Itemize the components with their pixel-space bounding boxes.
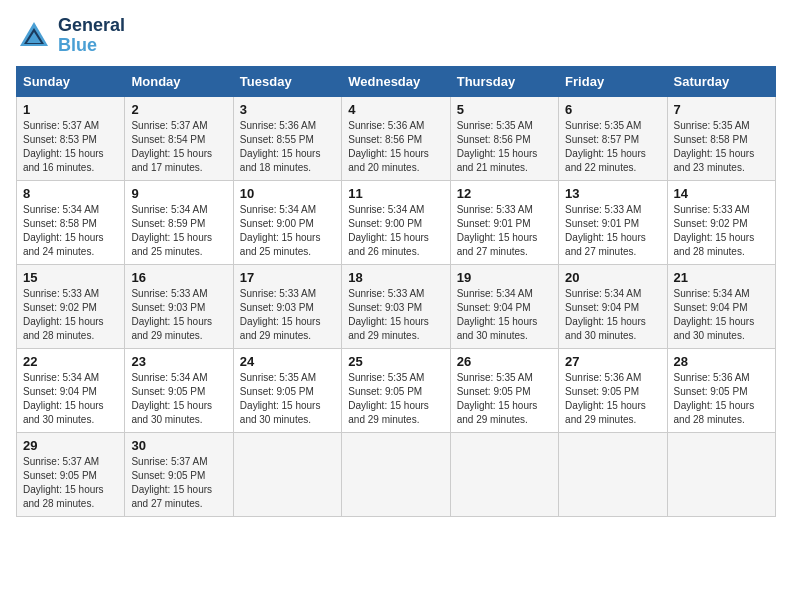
calendar-header: SundayMondayTuesdayWednesdayThursdayFrid… xyxy=(17,66,776,96)
calendar-table: SundayMondayTuesdayWednesdayThursdayFrid… xyxy=(16,66,776,517)
day-info: Sunrise: 5:35 AM Sunset: 8:57 PM Dayligh… xyxy=(565,119,660,175)
header-wednesday: Wednesday xyxy=(342,66,450,96)
calendar-cell: 28Sunrise: 5:36 AM Sunset: 9:05 PM Dayli… xyxy=(667,348,775,432)
day-number: 15 xyxy=(23,270,118,285)
day-info: Sunrise: 5:34 AM Sunset: 8:58 PM Dayligh… xyxy=(23,203,118,259)
calendar-cell: 26Sunrise: 5:35 AM Sunset: 9:05 PM Dayli… xyxy=(450,348,558,432)
day-info: Sunrise: 5:36 AM Sunset: 8:56 PM Dayligh… xyxy=(348,119,443,175)
calendar-cell: 11Sunrise: 5:34 AM Sunset: 9:00 PM Dayli… xyxy=(342,180,450,264)
day-number: 5 xyxy=(457,102,552,117)
logo-text: General Blue xyxy=(58,16,125,56)
header-friday: Friday xyxy=(559,66,667,96)
calendar-cell xyxy=(450,432,558,516)
day-info: Sunrise: 5:33 AM Sunset: 9:03 PM Dayligh… xyxy=(240,287,335,343)
day-info: Sunrise: 5:33 AM Sunset: 9:02 PM Dayligh… xyxy=(674,203,769,259)
day-info: Sunrise: 5:36 AM Sunset: 9:05 PM Dayligh… xyxy=(565,371,660,427)
page-header: General Blue xyxy=(16,16,776,56)
logo: General Blue xyxy=(16,16,125,56)
calendar-cell: 25Sunrise: 5:35 AM Sunset: 9:05 PM Dayli… xyxy=(342,348,450,432)
day-number: 16 xyxy=(131,270,226,285)
day-info: Sunrise: 5:34 AM Sunset: 9:04 PM Dayligh… xyxy=(674,287,769,343)
day-info: Sunrise: 5:34 AM Sunset: 9:04 PM Dayligh… xyxy=(565,287,660,343)
day-info: Sunrise: 5:33 AM Sunset: 9:02 PM Dayligh… xyxy=(23,287,118,343)
calendar-cell: 14Sunrise: 5:33 AM Sunset: 9:02 PM Dayli… xyxy=(667,180,775,264)
calendar-cell xyxy=(559,432,667,516)
calendar-body: 1Sunrise: 5:37 AM Sunset: 8:53 PM Daylig… xyxy=(17,96,776,516)
day-number: 18 xyxy=(348,270,443,285)
calendar-cell: 27Sunrise: 5:36 AM Sunset: 9:05 PM Dayli… xyxy=(559,348,667,432)
calendar-cell: 9Sunrise: 5:34 AM Sunset: 8:59 PM Daylig… xyxy=(125,180,233,264)
day-info: Sunrise: 5:35 AM Sunset: 8:58 PM Dayligh… xyxy=(674,119,769,175)
day-number: 1 xyxy=(23,102,118,117)
day-info: Sunrise: 5:35 AM Sunset: 8:56 PM Dayligh… xyxy=(457,119,552,175)
calendar-cell: 20Sunrise: 5:34 AM Sunset: 9:04 PM Dayli… xyxy=(559,264,667,348)
day-number: 9 xyxy=(131,186,226,201)
day-info: Sunrise: 5:34 AM Sunset: 9:00 PM Dayligh… xyxy=(348,203,443,259)
day-number: 28 xyxy=(674,354,769,369)
calendar-cell: 7Sunrise: 5:35 AM Sunset: 8:58 PM Daylig… xyxy=(667,96,775,180)
day-number: 24 xyxy=(240,354,335,369)
calendar-cell xyxy=(233,432,341,516)
calendar-cell: 13Sunrise: 5:33 AM Sunset: 9:01 PM Dayli… xyxy=(559,180,667,264)
day-info: Sunrise: 5:37 AM Sunset: 9:05 PM Dayligh… xyxy=(131,455,226,511)
day-info: Sunrise: 5:37 AM Sunset: 8:53 PM Dayligh… xyxy=(23,119,118,175)
day-number: 27 xyxy=(565,354,660,369)
day-number: 7 xyxy=(674,102,769,117)
day-number: 26 xyxy=(457,354,552,369)
day-info: Sunrise: 5:33 AM Sunset: 9:01 PM Dayligh… xyxy=(457,203,552,259)
calendar-cell xyxy=(667,432,775,516)
calendar-week-4: 22Sunrise: 5:34 AM Sunset: 9:04 PM Dayli… xyxy=(17,348,776,432)
day-number: 8 xyxy=(23,186,118,201)
header-row: SundayMondayTuesdayWednesdayThursdayFrid… xyxy=(17,66,776,96)
day-number: 19 xyxy=(457,270,552,285)
day-info: Sunrise: 5:34 AM Sunset: 9:05 PM Dayligh… xyxy=(131,371,226,427)
header-sunday: Sunday xyxy=(17,66,125,96)
day-info: Sunrise: 5:34 AM Sunset: 8:59 PM Dayligh… xyxy=(131,203,226,259)
calendar-cell: 19Sunrise: 5:34 AM Sunset: 9:04 PM Dayli… xyxy=(450,264,558,348)
day-number: 22 xyxy=(23,354,118,369)
calendar-cell: 17Sunrise: 5:33 AM Sunset: 9:03 PM Dayli… xyxy=(233,264,341,348)
calendar-cell: 29Sunrise: 5:37 AM Sunset: 9:05 PM Dayli… xyxy=(17,432,125,516)
day-number: 2 xyxy=(131,102,226,117)
header-tuesday: Tuesday xyxy=(233,66,341,96)
calendar-cell: 30Sunrise: 5:37 AM Sunset: 9:05 PM Dayli… xyxy=(125,432,233,516)
day-number: 11 xyxy=(348,186,443,201)
calendar-cell: 4Sunrise: 5:36 AM Sunset: 8:56 PM Daylig… xyxy=(342,96,450,180)
day-info: Sunrise: 5:33 AM Sunset: 9:01 PM Dayligh… xyxy=(565,203,660,259)
day-info: Sunrise: 5:33 AM Sunset: 9:03 PM Dayligh… xyxy=(131,287,226,343)
day-info: Sunrise: 5:34 AM Sunset: 9:04 PM Dayligh… xyxy=(457,287,552,343)
day-number: 3 xyxy=(240,102,335,117)
day-info: Sunrise: 5:35 AM Sunset: 9:05 PM Dayligh… xyxy=(348,371,443,427)
calendar-cell: 8Sunrise: 5:34 AM Sunset: 8:58 PM Daylig… xyxy=(17,180,125,264)
logo-icon xyxy=(16,18,52,54)
day-info: Sunrise: 5:35 AM Sunset: 9:05 PM Dayligh… xyxy=(457,371,552,427)
day-info: Sunrise: 5:34 AM Sunset: 9:00 PM Dayligh… xyxy=(240,203,335,259)
calendar-cell: 10Sunrise: 5:34 AM Sunset: 9:00 PM Dayli… xyxy=(233,180,341,264)
day-info: Sunrise: 5:33 AM Sunset: 9:03 PM Dayligh… xyxy=(348,287,443,343)
day-number: 13 xyxy=(565,186,660,201)
day-number: 6 xyxy=(565,102,660,117)
calendar-cell: 22Sunrise: 5:34 AM Sunset: 9:04 PM Dayli… xyxy=(17,348,125,432)
calendar-cell: 24Sunrise: 5:35 AM Sunset: 9:05 PM Dayli… xyxy=(233,348,341,432)
calendar-week-2: 8Sunrise: 5:34 AM Sunset: 8:58 PM Daylig… xyxy=(17,180,776,264)
day-number: 29 xyxy=(23,438,118,453)
day-info: Sunrise: 5:37 AM Sunset: 9:05 PM Dayligh… xyxy=(23,455,118,511)
day-info: Sunrise: 5:37 AM Sunset: 8:54 PM Dayligh… xyxy=(131,119,226,175)
calendar-cell: 3Sunrise: 5:36 AM Sunset: 8:55 PM Daylig… xyxy=(233,96,341,180)
day-info: Sunrise: 5:36 AM Sunset: 8:55 PM Dayligh… xyxy=(240,119,335,175)
calendar-cell: 23Sunrise: 5:34 AM Sunset: 9:05 PM Dayli… xyxy=(125,348,233,432)
header-monday: Monday xyxy=(125,66,233,96)
day-number: 21 xyxy=(674,270,769,285)
day-number: 12 xyxy=(457,186,552,201)
calendar-cell: 18Sunrise: 5:33 AM Sunset: 9:03 PM Dayli… xyxy=(342,264,450,348)
calendar-cell: 12Sunrise: 5:33 AM Sunset: 9:01 PM Dayli… xyxy=(450,180,558,264)
day-number: 17 xyxy=(240,270,335,285)
calendar-cell: 2Sunrise: 5:37 AM Sunset: 8:54 PM Daylig… xyxy=(125,96,233,180)
day-info: Sunrise: 5:35 AM Sunset: 9:05 PM Dayligh… xyxy=(240,371,335,427)
calendar-cell: 16Sunrise: 5:33 AM Sunset: 9:03 PM Dayli… xyxy=(125,264,233,348)
day-info: Sunrise: 5:36 AM Sunset: 9:05 PM Dayligh… xyxy=(674,371,769,427)
calendar-cell: 6Sunrise: 5:35 AM Sunset: 8:57 PM Daylig… xyxy=(559,96,667,180)
calendar-cell: 15Sunrise: 5:33 AM Sunset: 9:02 PM Dayli… xyxy=(17,264,125,348)
day-number: 10 xyxy=(240,186,335,201)
calendar-week-3: 15Sunrise: 5:33 AM Sunset: 9:02 PM Dayli… xyxy=(17,264,776,348)
